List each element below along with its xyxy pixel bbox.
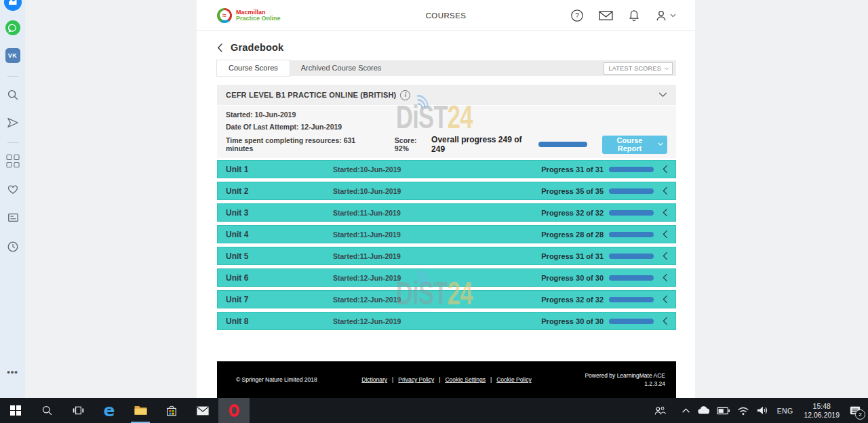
brand-logo[interactable]: ≈ Macmillan Practice Online (217, 8, 281, 23)
sidebar-divider (7, 76, 18, 77)
notifications-bell-icon[interactable] (628, 9, 640, 22)
sidebar-settings-icon[interactable]: ••• (7, 367, 18, 377)
unit-progress-label: Progress 32 of 32 (541, 209, 609, 217)
unit-progress-bar (609, 232, 654, 237)
footer-separator: | (392, 376, 393, 383)
task-view-icon (72, 405, 85, 416)
my-flow-icon[interactable] (6, 117, 20, 129)
unit-row[interactable]: Unit 8 Started:12-Jun-2019 Progress 30 o… (217, 312, 676, 330)
chevron-left-icon[interactable] (663, 186, 668, 195)
unit-started-date: Started:12-Jun-2019 (333, 274, 541, 282)
taskbar-clock[interactable]: 15:48 12.06.2019 (798, 402, 845, 420)
unit-name: Unit 8 (226, 317, 333, 326)
unit-row[interactable]: Unit 6 Started:12-Jun-2019 Progress 30 o… (217, 268, 676, 287)
unit-progress-label: Progress 31 of 31 (541, 165, 609, 174)
unit-started-date: Started:11-Jun-2019 (333, 230, 541, 239)
whatsapp-icon[interactable] (5, 20, 20, 35)
course-report-button[interactable]: Course Report (602, 136, 667, 154)
volume-icon[interactable] (753, 398, 772, 423)
task-view-button[interactable] (62, 398, 94, 423)
browser-sidebar: VK ••• (0, 0, 25, 398)
overall-progress-bar (538, 142, 587, 147)
unit-progress-bar (609, 297, 654, 302)
action-center-button[interactable]: 2 (845, 398, 868, 423)
speed-dial-icon[interactable] (6, 155, 19, 167)
microsoft-store-button[interactable] (156, 398, 187, 423)
taskbar-date: 12.06.2019 (804, 411, 840, 420)
account-menu-icon[interactable] (654, 9, 676, 22)
course-last-attempt: Date Of Last Attempt: 12-Jun-2019 (226, 121, 667, 134)
battery-icon[interactable] (713, 398, 734, 423)
edge-browser-button[interactable]: e (94, 398, 125, 423)
unit-name: Unit 4 (226, 230, 333, 239)
latest-scores-dropdown[interactable]: LATEST SCORES (604, 62, 673, 75)
chevron-left-icon[interactable] (663, 317, 668, 325)
course-panel-header[interactable]: CEFR LEVEL B1 PRACTICE ONLINE (BRITISH) … (217, 85, 676, 106)
tab-bar: Course Scores Archived Course Scores LAT… (217, 60, 676, 76)
footer-link-cookie-settings[interactable]: Cookie Settings (445, 376, 486, 383)
news-icon[interactable] (6, 212, 20, 223)
footer-link-dictionary[interactable]: Dictionary (361, 376, 387, 383)
nav-courses[interactable]: COURSES (426, 12, 467, 20)
messenger-icon[interactable] (4, 0, 22, 11)
unit-row[interactable]: Unit 3 Started:11-Jun-2019 Progress 32 o… (217, 203, 676, 222)
start-button[interactable] (0, 398, 31, 423)
taskbar-search-button[interactable] (31, 398, 62, 423)
wifi-icon[interactable] (734, 398, 753, 423)
chevron-left-icon[interactable] (663, 251, 668, 260)
opera-browser-button[interactable] (218, 398, 250, 423)
chevron-left-icon[interactable] (663, 208, 668, 217)
footer-links: Dictionary | Privacy Policy | Cookie Set… (361, 376, 531, 383)
file-explorer-button[interactable] (125, 398, 156, 423)
tab-archived-course-scores[interactable]: Archived Course Scores (290, 60, 393, 76)
unit-name: Unit 2 (226, 186, 333, 196)
unit-name: Unit 7 (226, 295, 333, 304)
history-clock-icon[interactable] (6, 240, 20, 254)
notification-badge: 2 (855, 409, 865, 420)
chevron-down-icon[interactable] (658, 92, 667, 98)
mail-icon[interactable] (598, 9, 614, 22)
onedrive-cloud-icon[interactable] (694, 398, 713, 423)
info-icon[interactable]: i (400, 90, 410, 100)
unit-started-date: Started:10-Jun-2019 (333, 187, 541, 195)
course-started: Started: 10-Jun-2019 (226, 109, 667, 121)
tray-chevron-up-icon[interactable] (678, 398, 694, 423)
chevron-down-icon (670, 14, 676, 18)
windows-logo-icon (10, 405, 21, 416)
unit-name: Unit 3 (226, 208, 333, 218)
footer-separator: | (439, 376, 440, 383)
footer-link-privacy-policy[interactable]: Privacy Policy (398, 376, 434, 383)
mail-app-button[interactable] (187, 398, 218, 423)
bookmarks-heart-icon[interactable] (6, 183, 20, 195)
app-footer: © Springer Nature Limited 2018 Dictionar… (217, 361, 676, 398)
footer-link-cookie-policy[interactable]: Cookie Policy (496, 376, 532, 383)
unit-progress-label: Progress 35 of 35 (541, 187, 609, 195)
unit-progress-bar (609, 254, 654, 259)
tab-course-scores[interactable]: Course Scores (217, 60, 290, 76)
footer-version: 1.2.3.24 (585, 380, 665, 388)
language-indicator[interactable]: ENG (772, 398, 799, 423)
unit-started-date: Started:12-Jun-2019 (333, 296, 541, 304)
unit-row[interactable]: Unit 5 Started:11-Jun-2019 Progress 31 o… (217, 247, 676, 265)
unit-row[interactable]: Unit 1 Started:10-Jun-2019 Progress 31 o… (217, 160, 676, 178)
course-time-spent: Time spent completing resources: 631 min… (226, 136, 378, 153)
footer-copyright: © Springer Nature Limited 2018 (236, 376, 317, 383)
chevron-left-icon[interactable] (663, 273, 668, 282)
unit-row[interactable]: Unit 7 Started:12-Jun-2019 Progress 32 o… (217, 290, 676, 308)
chevron-left-icon[interactable] (663, 165, 668, 174)
page-title: Gradebook (231, 42, 283, 53)
unit-progress-label: Progress 30 of 30 (541, 317, 609, 325)
edge-icon: e (104, 402, 115, 419)
help-icon[interactable]: ? (570, 9, 584, 22)
app-window: ≈ Macmillan Practice Online COURSES ? (197, 0, 695, 398)
chevron-left-icon[interactable] (663, 295, 668, 304)
chevron-left-icon[interactable] (663, 230, 668, 239)
back-icon[interactable] (217, 43, 223, 53)
people-icon[interactable] (650, 398, 670, 423)
unit-row[interactable]: Unit 4 Started:11-Jun-2019 Progress 28 o… (217, 225, 676, 243)
unit-progress-label: Progress 30 of 30 (541, 274, 609, 282)
unit-row[interactable]: Unit 2 Started:10-Jun-2019 Progress 35 o… (217, 182, 676, 200)
unit-progress-bar (609, 275, 654, 281)
search-icon[interactable] (6, 88, 20, 102)
vk-icon[interactable]: VK (5, 48, 20, 63)
